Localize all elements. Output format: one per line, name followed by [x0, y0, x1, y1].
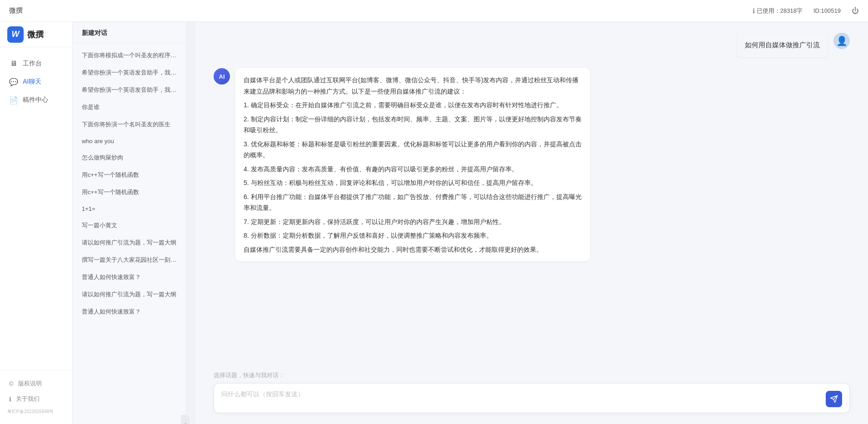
- usage-text: 已使用：28318字: [757, 7, 803, 15]
- sidebar-label-drafts: 稿件中心: [23, 96, 48, 104]
- ai-response-paragraph: 2. 制定内容计划：制定一份详细的内容计划，包括发布时间、频率、主题、文案、图片…: [244, 114, 582, 136]
- workbench-icon: 🖥: [9, 59, 18, 68]
- history-panel: 新建对话 下面你将模拟成一个叫圣友的程序员，我说...希望你扮演一个英语发音助手…: [73, 22, 186, 424]
- history-item[interactable]: 希望你扮演一个英语发音助手，我提供给你...: [73, 81, 186, 99]
- chat-area: 👤 如何用自媒体做推广引流 AI 自媒体平台是个人或团队通过互联网平台(如博客、…: [195, 22, 868, 424]
- sidebar-item-ai-chat[interactable]: 💬 AI聊天: [0, 73, 72, 91]
- ai-response-paragraph: 4. 发布高质量内容：发布高质量、有价值、有趣的内容可以吸引更多的粉丝，并提高用…: [244, 164, 582, 175]
- chat-input-area: 选择话题，快速与我对话：: [195, 371, 868, 424]
- info-icon: ℹ: [753, 7, 755, 15]
- ai-response-paragraph: 5. 与粉丝互动：积极与粉丝互动，回复评论和私信，可以增加用户对你的认可和信任，…: [244, 177, 582, 189]
- chat-input-box: [214, 383, 850, 413]
- chat-messages: 👤 如何用自媒体做推广引流 AI 自媒体平台是个人或团队通过互联网平台(如博客、…: [195, 22, 868, 371]
- sidebar-label-ai-chat: AI聊天: [23, 78, 41, 86]
- history-item[interactable]: 下面你将模拟成一个叫圣友的程序员，我说...: [73, 47, 186, 64]
- send-icon: [830, 395, 838, 403]
- topbar-right: ℹ 已使用：28318字 ID:100519 ⏻: [753, 7, 859, 15]
- sidebar: W 微撰 🖥 工作台 💬 AI聊天 📄 稿件中心 © 版权说明 ℹ: [0, 22, 73, 424]
- history-list: 下面你将模拟成一个叫圣友的程序员，我说...希望你扮演一个英语发音助手，我提供给…: [73, 43, 186, 424]
- app-body: W 微撰 🖥 工作台 💬 AI聊天 📄 稿件中心 © 版权说明 ℹ: [0, 22, 868, 424]
- sidebar-label-about: 关于我们: [16, 395, 40, 403]
- sidebar-item-workbench[interactable]: 🖥 工作台: [0, 55, 72, 73]
- user-message-bubble: 如何用自媒体做推广引流: [737, 33, 828, 57]
- user-avatar: 👤: [833, 33, 850, 49]
- sidebar-label-workbench: 工作台: [23, 60, 42, 68]
- ai-response-paragraph: 7. 定期更新：定期更新内容，保持活跃度，可以让用户对你的内容产生兴趣，增加用户…: [244, 216, 582, 228]
- history-item[interactable]: 希望你扮演一个英语发音助手，我提供给你...: [73, 64, 186, 81]
- logo-text: 微撰: [27, 29, 44, 40]
- ai-response-paragraph: 自媒体平台是个人或团队通过互联网平台(如博客、微博、微信公众号、抖音、快手等)发…: [244, 75, 582, 97]
- sidebar-bottom: © 版权说明 ℹ 关于我们 粤ICP备2022015948号: [0, 370, 72, 424]
- history-item[interactable]: 撰写一篇关于八大家花园社区一刻钟便民生...: [73, 251, 186, 269]
- user-message-text: 如何用自媒体做推广引流: [745, 41, 820, 49]
- quick-label: 选择话题，快速与我对话：: [214, 371, 850, 379]
- history-item[interactable]: 普通人如何快速致富？: [73, 269, 186, 286]
- sidebar-nav: 🖥 工作台 💬 AI聊天 📄 稿件中心: [0, 47, 72, 370]
- sidebar-logo: W 微撰: [0, 22, 72, 47]
- icp-text: 粤ICP备2022015948号: [0, 407, 72, 419]
- history-item[interactable]: 请以如何推广引流为题，写一篇大纲: [73, 234, 186, 251]
- history-item[interactable]: 普通人如何快速致富？: [73, 303, 186, 320]
- ai-response-paragraph: 6. 利用平台推广功能：自媒体平台都提供了推广功能，如广告投放、付费推广等，可以…: [244, 191, 582, 214]
- history-item[interactable]: 怎么做狗屎炒肉: [73, 149, 186, 166]
- history-item[interactable]: 你是谁: [73, 99, 186, 116]
- drafts-icon: 📄: [9, 95, 18, 105]
- history-item[interactable]: 用c++写一个随机函数: [73, 166, 186, 184]
- logo-icon: W: [7, 26, 24, 43]
- ai-response-paragraph: 3. 优化标题和标签：标题和标签是吸引粉丝的重要因素。优化标题和标签可以让更多的…: [244, 139, 582, 161]
- topbar-title: 微撰: [9, 6, 23, 15]
- chat-input[interactable]: [221, 389, 822, 407]
- history-item[interactable]: 1+1=: [73, 201, 186, 217]
- sidebar-item-copyright[interactable]: © 版权说明: [0, 376, 72, 391]
- chat-icon: 💬: [9, 77, 18, 86]
- ai-response-paragraph: 自媒体推广引流需要具备一定的内容创作和社交能力，同时也需要不断尝试和优化，才能取…: [244, 244, 582, 255]
- collapse-button[interactable]: ‹: [181, 415, 190, 424]
- sidebar-label-copyright: 版权说明: [18, 379, 42, 388]
- send-button[interactable]: [826, 391, 842, 407]
- new-chat-button[interactable]: 新建对话: [73, 22, 186, 43]
- history-item[interactable]: 下面你将扮演一个名叫圣友的医生: [73, 116, 186, 133]
- sidebar-item-drafts[interactable]: 📄 稿件中心: [0, 91, 72, 109]
- history-item[interactable]: 写一篇小黄文: [73, 217, 186, 234]
- ai-avatar-text: AI: [219, 73, 225, 80]
- ai-message-bubble: 自媒体平台是个人或团队通过互联网平台(如博客、微博、微信公众号、抖音、快手等)发…: [235, 68, 590, 261]
- ai-avatar: AI: [214, 68, 230, 85]
- ai-response-paragraph: 1. 确定目标受众：在开始自媒体推广引流之前，需要明确目标受众是谁，以便在发布内…: [244, 100, 582, 111]
- user-message-row: 👤 如何用自媒体做推广引流: [214, 33, 850, 57]
- ai-message-row: AI 自媒体平台是个人或团队通过互联网平台(如博客、微博、微信公众号、抖音、快手…: [214, 68, 850, 261]
- about-icon: ℹ: [9, 396, 11, 403]
- topbar-id: ID:100519: [813, 7, 841, 14]
- history-item[interactable]: who are you: [73, 133, 186, 149]
- topbar: 微撰 ℹ 已使用：28318字 ID:100519 ⏻: [0, 0, 868, 22]
- copyright-icon: ©: [9, 380, 14, 387]
- sidebar-item-about[interactable]: ℹ 关于我们: [0, 391, 72, 407]
- history-item[interactable]: 用c++写一个随机函数: [73, 184, 186, 201]
- user-avatar-icon: 👤: [836, 35, 848, 46]
- ai-response-paragraph: 8. 分析数据：定期分析数据，了解用户反馈和喜好，以便调整推广策略和内容发布频率…: [244, 230, 582, 241]
- topbar-usage: ℹ 已使用：28318字: [753, 7, 803, 15]
- logout-icon[interactable]: ⏻: [852, 7, 859, 15]
- history-item[interactable]: 请以如何推广引流为题，写一篇大纲: [73, 286, 186, 303]
